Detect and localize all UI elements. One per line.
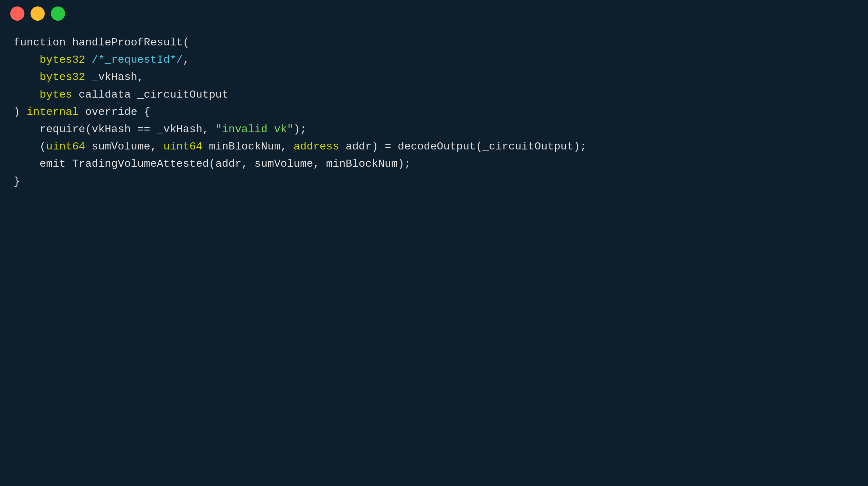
code-token: /*_requestId*/ xyxy=(92,51,183,68)
code-token: function xyxy=(14,34,72,51)
code-token xyxy=(14,51,40,68)
code-token xyxy=(14,86,40,103)
code-line-3: bytes32 _vkHash, xyxy=(14,68,854,86)
code-line-1: function handleProofResult( xyxy=(14,34,854,51)
code-token: } xyxy=(14,173,20,190)
code-line-2: bytes32 /*_requestId*/, xyxy=(14,51,854,68)
code-token: minBlockNum, xyxy=(202,138,294,155)
code-token: require(vkHash == _vkHash, xyxy=(14,121,215,138)
code-token: bytes32 xyxy=(40,51,85,68)
code-token: override { xyxy=(79,103,150,121)
code-token xyxy=(85,51,92,68)
code-token xyxy=(14,68,40,86)
code-token: handleProofResult( xyxy=(72,34,190,51)
code-editor: function handleProofResult( bytes32 /*_r… xyxy=(0,27,868,197)
code-token: uint64 xyxy=(163,138,202,155)
code-token: "invalid vk" xyxy=(215,121,293,138)
code-line-4: bytes calldata _circuitOutput xyxy=(14,86,854,103)
code-token: ( xyxy=(14,138,46,155)
code-token: address xyxy=(294,138,339,155)
titlebar xyxy=(0,0,868,27)
code-line-5: ) internal override { xyxy=(14,103,854,121)
code-token: internal xyxy=(26,103,79,121)
maximize-button[interactable] xyxy=(51,6,65,21)
code-token: , xyxy=(183,51,189,68)
code-token: sumVolume, xyxy=(85,138,163,155)
code-token: calldata _circuitOutput xyxy=(72,86,229,103)
code-token: _vkHash, xyxy=(85,68,144,86)
code-line-8: emit TradingVolumeAttested(addr, sumVolu… xyxy=(14,155,854,173)
code-token: bytes32 xyxy=(40,68,85,86)
close-button[interactable] xyxy=(10,6,24,21)
code-line-7: (uint64 sumVolume, uint64 minBlockNum, a… xyxy=(14,138,854,155)
code-token: emit TradingVolumeAttested(addr, sumVolu… xyxy=(14,155,411,173)
code-token: ); xyxy=(294,121,307,138)
code-line-6: require(vkHash == _vkHash, "invalid vk")… xyxy=(14,121,854,138)
code-token: bytes xyxy=(40,86,72,103)
code-token: ) xyxy=(14,103,26,121)
code-line-9: } xyxy=(14,173,854,190)
window: function handleProofResult( bytes32 /*_r… xyxy=(0,0,868,486)
code-token: uint64 xyxy=(46,138,85,155)
minimize-button[interactable] xyxy=(31,6,45,21)
code-token: addr) = decodeOutput(_circuitOutput); xyxy=(339,138,587,155)
